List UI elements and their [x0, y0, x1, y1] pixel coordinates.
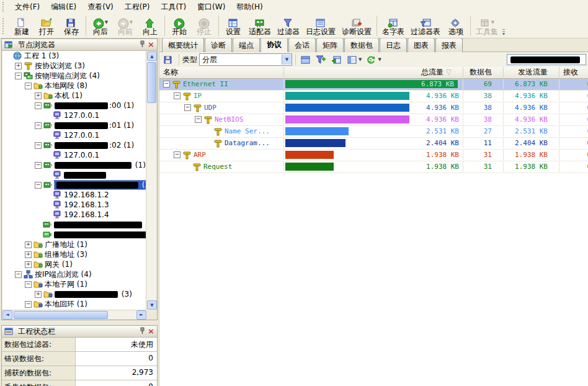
column-header-数据包[interactable]: 数据包 — [463, 67, 504, 78]
scroll-right-icon[interactable]: ► — [136, 310, 146, 320]
protocol-row-Request[interactable]: Request1.938 KB311.938 KB0 — [159, 161, 588, 173]
tree-item-按协议浏览[interactable]: +按协议浏览 (3) — [2, 61, 146, 71]
tree-item-组播地址[interactable]: +组播地址 (3) — [2, 249, 146, 259]
collapse-icon[interactable]: − — [35, 182, 42, 189]
column-header-名称[interactable]: 名称 — [159, 67, 284, 78]
tree-horizontal-scrollbar[interactable]: ◄ ► — [2, 310, 146, 319]
dropdown-caret-icon[interactable]: ▼ — [130, 20, 133, 25]
details-table-button[interactable] — [299, 53, 313, 66]
tree-item-本地子网[interactable]: −本地子网 (1) — [2, 279, 146, 289]
collapse-icon[interactable]: − — [174, 92, 180, 99]
toolbar-button-向上[interactable]: 向上 — [138, 14, 163, 38]
toolbar-button-诊断设置[interactable]: 诊断设置 — [339, 14, 375, 38]
column-header-接收[interactable]: 接收 — [559, 67, 588, 78]
tab-日志[interactable]: 日志 — [380, 38, 407, 52]
collapse-icon[interactable]: − — [25, 83, 32, 89]
layer-select[interactable]: 分层▼ — [199, 53, 292, 66]
protocol-row-IP[interactable]: −IP4.936 KB384.936 KB0 — [159, 91, 588, 102]
toolbar-button-设置[interactable]: 设置 — [221, 14, 246, 38]
scroll-left-icon[interactable]: ◄ — [2, 310, 12, 320]
collapse-icon[interactable]: − — [184, 104, 191, 111]
tab-概要统计[interactable]: 概要统计 — [162, 38, 204, 52]
scroll-up-icon[interactable]: ▲ — [147, 52, 157, 61]
collapse-icon[interactable]: − — [25, 281, 32, 288]
toolbar-button-工具集[interactable]: ▼工具集 — [473, 14, 501, 38]
table-import-button[interactable] — [330, 53, 344, 66]
toolbar-button-向前[interactable]: ▼向前 — [113, 14, 138, 38]
tab-图表[interactable]: 图表 — [408, 38, 435, 52]
tab-报表[interactable]: 报表 — [435, 38, 463, 52]
tree-item-:00[interactable]: −:00 (1) — [2, 101, 146, 110]
toolbar-button-停止[interactable]: 停止 — [192, 14, 216, 38]
tree-item[interactable] — [2, 220, 146, 230]
expand-icon[interactable]: + — [25, 251, 32, 258]
menu-item-5[interactable]: 窗口(W) — [192, 1, 231, 14]
chevron-down-icon[interactable]: ▼ — [282, 55, 292, 65]
toolbar-button-打开[interactable]: 打开 — [34, 14, 59, 38]
collapse-icon[interactable]: − — [35, 102, 42, 109]
toolbar-button-新建[interactable]: 新建 — [9, 14, 34, 38]
tree-item[interactable]: − (1) — [2, 160, 146, 170]
collapse-icon[interactable]: − — [174, 151, 180, 158]
dropdown-caret-icon[interactable]: ▼ — [491, 20, 494, 25]
tree-item-127.0.0.1[interactable]: 127.0.0.1 — [2, 150, 146, 160]
tab-会话[interactable]: 会话 — [288, 38, 316, 52]
tree-item-:01[interactable]: −:01 (1) — [2, 120, 146, 130]
close-icon[interactable]: × — [148, 42, 154, 48]
tree-item[interactable]: + (3) — [2, 289, 146, 299]
dropdown-caret-icon[interactable]: ▼ — [378, 57, 381, 62]
collapse-icon[interactable]: − — [35, 162, 42, 169]
tree-item[interactable] — [2, 170, 146, 180]
collapse-icon[interactable]: − — [163, 81, 170, 88]
tree-item-:02[interactable]: −:02 (1) — [2, 140, 146, 150]
expand-icon[interactable]: + — [35, 92, 42, 99]
tree-item-192.168.1.3[interactable]: 192.168.1.3 — [2, 200, 146, 210]
collapse-icon[interactable]: − — [195, 116, 202, 123]
menu-item-0[interactable]: 文件(F) — [9, 1, 45, 14]
expand-icon[interactable]: + — [15, 63, 22, 70]
toolbar-button-选项[interactable]: 选项 — [443, 14, 468, 38]
tree-vscroll-thumb[interactable] — [147, 62, 156, 103]
tab-矩阵[interactable]: 矩阵 — [316, 38, 344, 52]
dropdown-caret-icon[interactable]: ▼ — [105, 20, 108, 25]
collapse-icon[interactable]: − — [35, 142, 42, 149]
tree-hscroll-thumb[interactable] — [14, 311, 108, 319]
menu-item-6[interactable]: 帮助(H) — [231, 1, 268, 14]
menu-item-3[interactable]: 工程(P) — [119, 1, 156, 14]
protocol-row-UDP[interactable]: −UDP4.936 KB384.936 KB0 — [159, 102, 588, 114]
toolbar-button-日志设置[interactable]: 日志设置 — [303, 14, 339, 38]
tab-数据包[interactable]: 数据包 — [344, 38, 379, 52]
collapse-icon[interactable]: − — [25, 301, 32, 308]
toolbar-button-过滤器[interactable]: 过滤器 — [274, 14, 303, 38]
tree-item-127.0.0.1[interactable]: 127.0.0.1 — [2, 130, 146, 140]
tab-诊断[interactable]: 诊断 — [205, 38, 232, 52]
collapse-icon[interactable]: − — [15, 271, 22, 278]
tree-item-工程 1[interactable]: 工程 1 (3) — [2, 51, 146, 61]
tab-端点[interactable]: 端点 — [233, 38, 260, 52]
close-icon[interactable]: × — [148, 328, 154, 334]
protocol-row-Datagram...[interactable]: Datagram...2.404 KB112.404 KB0 — [159, 138, 588, 150]
tree-item[interactable] — [2, 230, 146, 240]
adapter-name-field[interactable] — [507, 54, 586, 65]
tree-item-本地回环[interactable]: −本地回环 (1) — [2, 299, 146, 309]
scroll-down-icon[interactable]: ▼ — [147, 300, 157, 310]
tree-item-按IP端点浏览[interactable]: −按IP端点浏览 (4) — [2, 269, 146, 279]
tree-item[interactable]: − (3) — [2, 180, 146, 190]
dropdown-caret-icon[interactable]: ▼ — [359, 57, 362, 62]
protocol-row-NetBIOS[interactable]: −NetBIOS4.936 KB384.936 KB0 — [159, 114, 588, 126]
expand-icon[interactable]: + — [35, 291, 42, 298]
tree-vertical-scrollbar[interactable]: ▲ ▼ — [146, 51, 156, 310]
toolbar-button-适配器[interactable]: 适配器 — [246, 14, 274, 38]
protocol-row-Ethernet II[interactable]: −Ethernet II6.873 KB696.873 KB0 — [159, 79, 588, 91]
toolbar-button-保存[interactable]: 保存 — [59, 14, 84, 38]
toolbar-button-向后[interactable]: ▼向后 — [88, 14, 113, 38]
mini-save-button[interactable] — [162, 53, 176, 66]
menu-item-1[interactable]: 编辑(E) — [45, 1, 82, 14]
expand-icon[interactable]: + — [25, 241, 32, 248]
collapse-icon[interactable]: − — [35, 122, 42, 129]
expand-icon[interactable]: + — [25, 261, 32, 268]
toolbar-overflow-icon[interactable]: ▾ — [502, 29, 505, 36]
menu-item-4[interactable]: 工具(T) — [155, 1, 192, 14]
tree-item-127.0.0.1[interactable]: 127.0.0.1 — [2, 110, 146, 120]
funnel-plus-button[interactable] — [314, 53, 328, 66]
